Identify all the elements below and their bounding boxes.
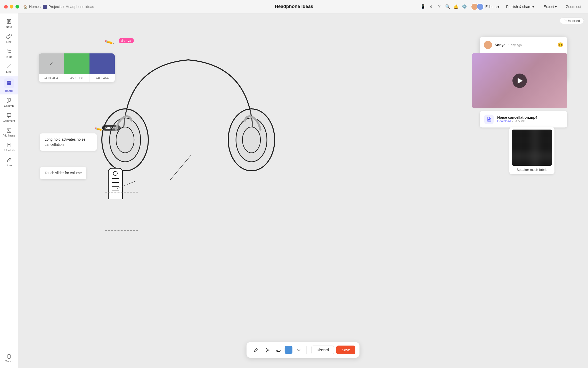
sidebar-item-draw[interactable]: Draw	[0, 155, 18, 169]
breadcrumb-home-icon: 🏠	[23, 5, 28, 9]
avatar-stack	[471, 3, 484, 10]
play-button[interactable]	[512, 74, 527, 88]
comment-header: Sonya 1 day ago 😊	[484, 41, 563, 49]
comment-time: 1 day ago	[508, 43, 522, 47]
link-icon	[6, 34, 12, 39]
svg-point-20	[110, 118, 141, 162]
video-thumbnail[interactable]	[472, 53, 567, 108]
comment-emoji-button[interactable]: 😊	[558, 42, 563, 48]
breadcrumb-sep1: /	[40, 5, 41, 9]
file-icon	[484, 115, 494, 124]
sidebar-item-line[interactable]: Line	[0, 61, 18, 75]
editors-button[interactable]: Editors ▾	[485, 5, 500, 9]
mesh-swatch-card: Speaker mesh fabric	[509, 127, 554, 174]
export-chevron-icon: ▾	[555, 5, 557, 9]
sidebar-item-comment[interactable]: Comment	[0, 110, 18, 124]
titlebar-right: 📱 0 ? 🔍 🔔 ⚙️ Editors ▾ Publish & share ▾…	[420, 3, 584, 10]
board-icon	[6, 80, 12, 86]
breadcrumb-current: Headphone ideas	[66, 5, 94, 9]
file-download-link[interactable]: Download	[497, 119, 511, 123]
canvas-area[interactable]: 0 Unsorted ✓ #C3C4C4 #56BC60 #4C54A4 Son…	[18, 13, 588, 368]
editors-group: Editors ▾	[471, 3, 500, 10]
svg-rect-12	[9, 83, 11, 85]
pen-tool-button[interactable]	[251, 345, 261, 355]
file-attachment: Noise cancellation.mp4 Download · 54.5 M…	[480, 111, 567, 127]
mesh-swatch	[512, 130, 552, 166]
close-button[interactable]	[4, 5, 8, 9]
line-label: Line	[6, 70, 12, 73]
svg-line-40	[277, 350, 278, 351]
unsorted-badge[interactable]: 0 Unsorted	[560, 18, 584, 24]
breadcrumb: 🏠 Home / Projects / Headphone ideas	[23, 5, 94, 9]
todo-label: To-do	[5, 55, 13, 58]
svg-line-8	[7, 65, 11, 68]
zoom-out-button[interactable]: Zoom out	[564, 3, 584, 10]
svg-rect-6	[7, 52, 8, 53]
file-meta: Download · 54.5 MB	[497, 119, 537, 123]
sidebar-item-trash[interactable]: Trash	[0, 351, 18, 365]
svg-rect-14	[9, 98, 10, 101]
eraser-tool-button[interactable]	[273, 345, 284, 355]
sidebar-item-link[interactable]: Link	[0, 31, 18, 45]
swatch-label-gray: #C3C4C4	[39, 74, 64, 82]
note-icon	[6, 19, 12, 24]
more-tools-button[interactable]	[293, 345, 304, 355]
todo-icon	[6, 49, 12, 54]
breadcrumb-home[interactable]: Home	[29, 5, 39, 9]
sidebar-item-board[interactable]: Board	[0, 76, 18, 94]
toolbar-divider	[306, 346, 307, 354]
svg-marker-37	[488, 119, 490, 121]
svg-point-16	[8, 129, 9, 130]
notification-count: 0	[429, 4, 434, 9]
traffic-lights	[4, 5, 19, 9]
annotation-touch: Touch slider for volume	[40, 167, 86, 179]
svg-line-33	[170, 155, 191, 180]
svg-rect-4	[7, 50, 8, 51]
publish-share-button[interactable]: Publish & share ▾	[503, 3, 537, 10]
maximize-button[interactable]	[15, 5, 19, 9]
unsorted-badge-text: 0 Unsorted	[564, 19, 580, 23]
trash-icon	[6, 353, 12, 359]
titlebar: 🏠 Home / Projects / Headphone ideas Head…	[0, 0, 588, 13]
select-tool-button[interactable]	[262, 345, 272, 355]
sidebar-item-todo[interactable]: To-do	[0, 46, 18, 60]
save-button[interactable]: Save	[336, 346, 355, 354]
minimize-button[interactable]	[10, 5, 13, 9]
headphone-drawing	[83, 44, 294, 199]
upload-file-icon	[6, 142, 12, 148]
sidebar-item-upload-file[interactable]: Upload file	[0, 140, 18, 154]
drawing-toolbar: Discard Save	[247, 342, 360, 358]
add-image-icon	[6, 127, 12, 133]
export-button[interactable]: Export ▾	[541, 3, 559, 10]
add-image-label: Add image	[3, 134, 15, 137]
help-icon[interactable]: ?	[437, 4, 442, 9]
comment-label: Comment	[3, 119, 15, 122]
note-label: Note	[6, 25, 12, 28]
color-picker-button[interactable]	[285, 346, 292, 354]
draw-label: Draw	[6, 164, 12, 167]
settings-icon[interactable]: ⚙️	[462, 4, 467, 9]
board-label: Board	[5, 89, 13, 92]
mesh-label: Speaker mesh fabric	[512, 168, 552, 172]
line-icon	[6, 63, 12, 69]
swatch-gray[interactable]: ✓	[39, 53, 64, 74]
comment-icon	[6, 113, 12, 118]
comment-author-info: Sonya 1 day ago	[495, 43, 522, 47]
discard-button[interactable]: Discard	[311, 346, 334, 354]
sidebar-item-note[interactable]: Note	[0, 17, 18, 30]
publish-chevron-icon: ▾	[532, 5, 534, 9]
svg-line-18	[10, 158, 10, 159]
file-info: Noise cancellation.mp4 Download · 54.5 M…	[497, 115, 537, 123]
device-icon[interactable]: 📱	[420, 4, 426, 9]
bell-icon[interactable]: 🔔	[453, 4, 459, 9]
sidebar-item-column[interactable]: Column	[0, 95, 18, 109]
upload-file-label: Upload file	[3, 149, 15, 152]
svg-rect-10	[9, 81, 11, 83]
sidebar-item-add-image[interactable]: Add image	[0, 125, 18, 139]
breadcrumb-projects[interactable]: Projects	[48, 5, 62, 9]
avatar-user2	[477, 3, 484, 10]
main-layout: Note Link To-do Line Board Column Commen…	[0, 13, 588, 368]
video-overlay	[472, 53, 567, 108]
search-icon[interactable]: 🔍	[445, 4, 450, 9]
cursor-sonya: Sonya	[119, 38, 134, 43]
